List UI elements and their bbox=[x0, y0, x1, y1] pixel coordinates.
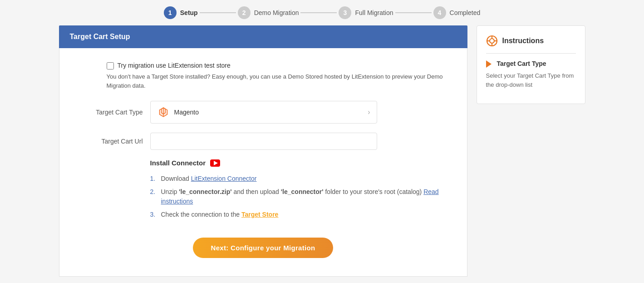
try-migration-row: Try migration use LitExtension test stor… bbox=[70, 62, 456, 70]
content-area: Target Cart Setup Try migration use LitE… bbox=[59, 25, 467, 277]
next-button[interactable]: Next: Configure your Migration bbox=[193, 238, 334, 258]
install-connector-title: Install Connector bbox=[150, 159, 206, 167]
instructions-section: Target Cart Type Select your Target Cart… bbox=[486, 60, 576, 89]
step-4-circle: 4 bbox=[433, 6, 446, 19]
try-migration-label[interactable]: Try migration use LitExtension test stor… bbox=[118, 62, 231, 69]
target-cart-type-select[interactable]: Magento › bbox=[150, 101, 377, 124]
stepper: 1 Setup 2 Demo Migration 3 Full Migratio… bbox=[0, 0, 644, 25]
target-store-link[interactable]: Target Store bbox=[241, 211, 278, 218]
step-1-circle: 1 bbox=[164, 6, 177, 19]
connector-step-3: 3. Check the connection to the Target St… bbox=[150, 210, 456, 219]
target-cart-type-control: Magento › bbox=[150, 101, 377, 124]
try-migration-description: You don't have a Target Store installed?… bbox=[70, 72, 456, 90]
step-1: 1 Setup bbox=[164, 6, 198, 19]
connector-step-1: 1. Download LitExtension Connector bbox=[150, 174, 456, 184]
step-4-label: Completed bbox=[450, 9, 481, 16]
instructions-section-title: Target Cart Type bbox=[486, 60, 576, 68]
instructions-section-text: Select your Target Cart Type from the dr… bbox=[486, 71, 576, 89]
card-header: Target Cart Setup bbox=[59, 25, 467, 48]
connector-step-2: 2. Unzip 'le_connector.zip' and then upl… bbox=[150, 187, 456, 206]
selected-cart-label: Magento bbox=[174, 109, 199, 116]
target-cart-url-control bbox=[150, 133, 377, 150]
arrow-icon bbox=[486, 60, 492, 68]
instructions-title: Instructions bbox=[502, 37, 544, 45]
sidebar: Instructions Target Cart Type Select you… bbox=[477, 25, 585, 277]
step-2: 2 Demo Migration bbox=[238, 6, 299, 19]
step-2-label: Demo Migration bbox=[254, 9, 299, 16]
lifebuoy-icon bbox=[486, 35, 498, 47]
connector-steps-list: 1. Download LitExtension Connector 2. Un… bbox=[150, 174, 456, 219]
magento-icon bbox=[157, 106, 170, 119]
step-3-label: Full Migration bbox=[355, 9, 393, 16]
step1-prefix: Download bbox=[161, 175, 191, 182]
next-button-row: Next: Configure your Migration bbox=[70, 238, 456, 258]
chevron-right-icon: › bbox=[368, 108, 370, 116]
youtube-icon[interactable] bbox=[210, 159, 220, 167]
target-cart-type-row: Target Cart Type Magent bbox=[70, 101, 456, 124]
instructions-header: Instructions bbox=[486, 35, 576, 54]
step-3-circle: 3 bbox=[339, 6, 351, 19]
step2-text: Unzip 'le_connector.zip' and then upload… bbox=[161, 188, 424, 195]
target-cart-type-label: Target Cart Type bbox=[70, 109, 143, 116]
step-2-circle: 2 bbox=[238, 6, 251, 19]
svg-point-3 bbox=[490, 39, 494, 43]
step-4: 4 Completed bbox=[433, 6, 481, 19]
step-line-1 bbox=[200, 12, 236, 13]
step-1-label: Setup bbox=[180, 9, 198, 16]
main-container: Target Cart Setup Try migration use LitE… bbox=[0, 25, 644, 277]
step-line-3 bbox=[395, 12, 432, 13]
target-cart-url-input[interactable] bbox=[150, 133, 377, 150]
install-connector-row: Install Connector bbox=[70, 159, 456, 167]
target-cart-url-row: Target Cart Url bbox=[70, 133, 456, 150]
card-body: Try migration use LitExtension test stor… bbox=[59, 48, 467, 277]
step3-prefix: Check the connection to the bbox=[161, 211, 241, 218]
step-line-2 bbox=[300, 12, 337, 13]
step-3: 3 Full Migration bbox=[339, 6, 393, 19]
target-cart-url-label: Target Cart Url bbox=[70, 138, 143, 145]
try-migration-checkbox[interactable] bbox=[107, 62, 114, 70]
litextension-connector-link[interactable]: LitExtension Connector bbox=[191, 175, 257, 182]
instructions-card: Instructions Target Cart Type Select you… bbox=[477, 25, 585, 104]
